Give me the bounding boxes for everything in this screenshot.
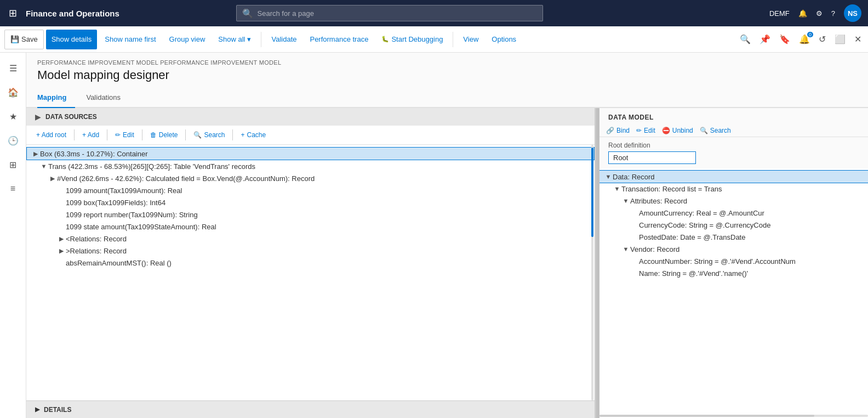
dm-search-button[interactable]: 🔍 Search bbox=[700, 127, 731, 134]
left-panel: ▶ DATA SOURCES + Add root + Add ✏ Edit bbox=[26, 108, 596, 418]
sidebar-home-icon[interactable]: 🏠 bbox=[2, 81, 24, 103]
tree-item-box[interactable]: ▶ Box (63.3ms - 10.27%): Container bbox=[26, 147, 595, 160]
sidebar-recent-icon[interactable]: 🕒 bbox=[2, 129, 24, 151]
delete-icon: 🗑 bbox=[150, 131, 157, 139]
ds-sep-2 bbox=[107, 129, 107, 140]
tree-toggle-relations1[interactable]: ▶ bbox=[57, 234, 66, 243]
page-header: PERFORMANCE IMPROVEMENT MODEL PERFORMANC… bbox=[26, 53, 868, 89]
show-name-first-button[interactable]: Show name first bbox=[99, 30, 161, 49]
details-panel[interactable]: ▶ DETAILS bbox=[26, 400, 595, 418]
cache-button[interactable]: + Cache bbox=[237, 129, 269, 141]
search-toolbar-icon[interactable]: 🔍 bbox=[738, 32, 753, 47]
settings-icon[interactable]: ⚙ bbox=[816, 9, 823, 18]
refresh-icon[interactable]: ↺ bbox=[816, 32, 828, 47]
top-nav: ⊞ Finance and Operations 🔍 DEMF 🔔 ⚙ ? NS bbox=[0, 0, 868, 26]
unbind-button[interactable]: ⛔ Unbind bbox=[662, 127, 693, 134]
details-toggle[interactable]: ▶ bbox=[35, 406, 39, 413]
validate-button[interactable]: Validate bbox=[266, 30, 302, 49]
toolbar: 💾 Save Show details Show name first Grou… bbox=[0, 26, 868, 53]
datasources-toolbar: + Add root + Add ✏ Edit 🗑 Delete bbox=[26, 126, 595, 145]
tree-toggle-box[interactable]: ▶ bbox=[31, 149, 40, 158]
edit-icon: ✏ bbox=[115, 131, 121, 139]
split-panel: ▶ DATA SOURCES + Add root + Add ✏ Edit bbox=[26, 108, 868, 418]
tab-mapping[interactable]: Mapping bbox=[37, 89, 75, 108]
save-icon: 💾 bbox=[10, 35, 19, 43]
tree-toggle-trans[interactable]: ▼ bbox=[39, 162, 48, 171]
search-input[interactable] bbox=[258, 9, 537, 18]
datamodel-tree: ▼ Data: Record ▼ Transaction: Record lis… bbox=[599, 168, 868, 418]
tree-item-absremain[interactable]: ▶ absRemainAmountMST(): Real () bbox=[26, 257, 595, 269]
add-button[interactable]: + Add bbox=[79, 129, 102, 141]
dm-item-accountnumber[interactable]: ▶ AccountNumber: String = @.'#Vend'.Acco… bbox=[599, 255, 868, 267]
page-title: Model mapping designer bbox=[37, 68, 857, 82]
tree-item-tax1099amount[interactable]: ▶ 1099 amount(Tax1099Amount): Real bbox=[26, 184, 595, 196]
tree-item-relations1[interactable]: ▶ <Relations: Record bbox=[26, 233, 595, 245]
dm-item-data[interactable]: ▼ Data: Record bbox=[599, 171, 868, 183]
badge-icon: 🔔 0 bbox=[797, 32, 812, 47]
ds-search-icon: 🔍 bbox=[193, 131, 202, 139]
help-icon[interactable]: ? bbox=[831, 9, 835, 18]
dm-toggle-transaction[interactable]: ▼ bbox=[613, 184, 621, 193]
dm-item-posteddate[interactable]: ▶ PostedDate: Date = @.TransDate bbox=[599, 231, 868, 243]
performance-trace-button[interactable]: Performance trace bbox=[304, 30, 374, 49]
sidebar-workspaces-icon[interactable]: ⊞ bbox=[2, 154, 24, 176]
search-bar[interactable]: 🔍 bbox=[236, 5, 543, 21]
sidebar-left: ☰ 🏠 ★ 🕒 ⊞ ≡ bbox=[0, 53, 26, 418]
dm-toggle-attributes[interactable]: ▼ bbox=[621, 196, 630, 205]
chevron-down-icon: ▾ bbox=[247, 35, 251, 43]
edit-button[interactable]: ✏ Edit bbox=[112, 129, 138, 141]
dm-item-transaction[interactable]: ▼ Transaction: Record list = Trans bbox=[599, 183, 868, 195]
delete-button[interactable]: 🗑 Delete bbox=[147, 129, 181, 141]
toolbar-right: 🔍 📌 🔖 🔔 0 ↺ ⬜ ✕ bbox=[738, 32, 864, 47]
dm-item-vendor[interactable]: ▼ Vendor: Record bbox=[599, 243, 868, 255]
group-view-button[interactable]: Group view bbox=[164, 30, 211, 49]
add-root-button[interactable]: + Add root bbox=[33, 129, 70, 141]
tree-item-tax1099state[interactable]: ▶ 1099 state amount(Tax1099StateAmount):… bbox=[26, 221, 595, 233]
start-debugging-button[interactable]: 🐛 Start Debugging bbox=[376, 30, 448, 49]
env-label: DEMF bbox=[769, 9, 790, 18]
tree-item-trans[interactable]: ▼ Trans (422.3ms - 68.53%)[265][Q:265]: … bbox=[26, 160, 595, 172]
bookmark-icon[interactable]: 🔖 bbox=[777, 32, 792, 47]
cache-icon: + bbox=[241, 131, 244, 139]
root-definition-input[interactable] bbox=[608, 151, 696, 164]
datamodel-header: DATA MODEL bbox=[599, 108, 868, 125]
ds-sep-4 bbox=[185, 129, 186, 140]
close-icon[interactable]: ✕ bbox=[852, 32, 864, 47]
open-external-icon[interactable]: ⬜ bbox=[832, 32, 848, 47]
sidebar-menu-icon[interactable]: ☰ bbox=[2, 57, 24, 79]
dm-search-icon: 🔍 bbox=[700, 127, 708, 134]
tree-toggle-vend[interactable]: ▶ bbox=[48, 174, 57, 183]
top-nav-right: DEMF 🔔 ⚙ ? NS bbox=[769, 4, 861, 22]
dm-toggle-vendor[interactable]: ▼ bbox=[621, 245, 630, 253]
dm-toggle-data[interactable]: ▼ bbox=[604, 172, 613, 181]
show-details-button[interactable]: Show details bbox=[46, 30, 98, 49]
separator-1 bbox=[261, 32, 261, 47]
tree-toggle-relations2[interactable]: ▶ bbox=[57, 246, 66, 255]
options-button[interactable]: Options bbox=[486, 30, 522, 49]
breadcrumb: PERFORMANCE IMPROVEMENT MODEL PERFORMANC… bbox=[37, 59, 857, 66]
tree-item-vend[interactable]: ▶ #Vend (262.6ms - 42.62%): Calculated f… bbox=[26, 172, 595, 184]
tree-item-tax1099num[interactable]: ▶ 1099 report number(Tax1099Num): String bbox=[26, 208, 595, 221]
right-panel: DATA MODEL 🔗 Bind ✏ Edit ⛔ Unbind 🔍 Sear bbox=[599, 108, 868, 418]
dm-item-amountcurrency[interactable]: ▶ AmountCurrency: Real = @.AmountCur bbox=[599, 207, 868, 219]
datasources-toggle[interactable]: ▶ bbox=[35, 112, 41, 121]
grid-icon[interactable]: ⊞ bbox=[7, 5, 19, 21]
bind-button[interactable]: 🔗 Bind bbox=[606, 127, 630, 134]
dm-edit-button[interactable]: ✏ Edit bbox=[636, 127, 655, 134]
pin-icon[interactable]: 📌 bbox=[757, 32, 773, 47]
view-button[interactable]: View bbox=[458, 30, 484, 49]
ds-search-button[interactable]: 🔍 Search bbox=[190, 129, 228, 141]
sidebar-favorites-icon[interactable]: ★ bbox=[2, 105, 24, 127]
notification-icon[interactable]: 🔔 bbox=[798, 9, 807, 18]
tree-item-relations2[interactable]: ▶ >Relations: Record bbox=[26, 245, 595, 257]
tab-validations[interactable]: Validations bbox=[86, 89, 129, 108]
dm-item-currencycode[interactable]: ▶ CurrencyCode: String = @.CurrencyCode bbox=[599, 219, 868, 231]
dm-item-attributes[interactable]: ▼ Attributes: Record bbox=[599, 195, 868, 207]
save-button[interactable]: 💾 Save bbox=[4, 30, 44, 49]
show-all-button[interactable]: Show all ▾ bbox=[213, 30, 256, 49]
tree-item-tax1099fields[interactable]: ▶ 1099 box(Tax1099Fields): Int64 bbox=[26, 196, 595, 208]
main-content: PERFORMANCE IMPROVEMENT MODEL PERFORMANC… bbox=[26, 53, 868, 418]
avatar[interactable]: NS bbox=[844, 4, 861, 22]
sidebar-list-icon[interactable]: ≡ bbox=[2, 178, 24, 200]
dm-item-name[interactable]: ▶ Name: String = @.'#Vend'.'name()' bbox=[599, 267, 868, 279]
